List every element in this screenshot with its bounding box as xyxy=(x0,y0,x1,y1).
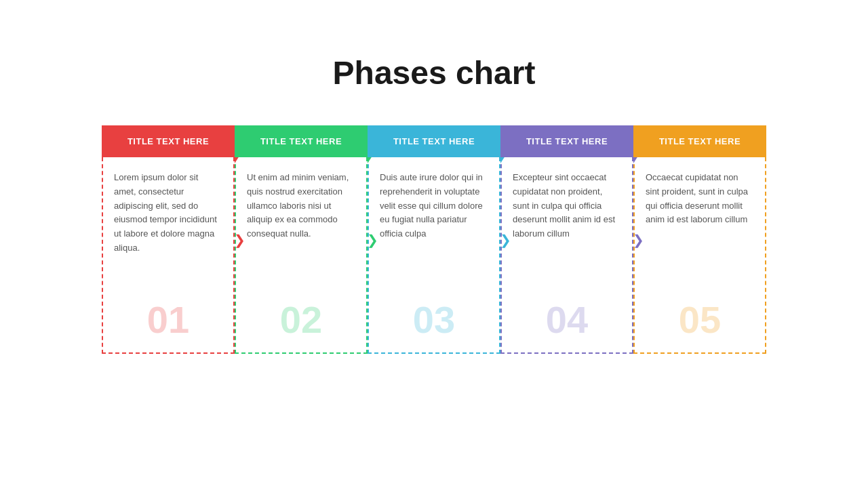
phase-text-1: Lorem ipsum dolor sit amet, consectetur … xyxy=(114,171,222,256)
phase-header-5: TITLE TEXT HERE xyxy=(633,125,766,157)
phase-header-3: TITLE TEXT HERE xyxy=(368,125,500,157)
phase-body-3: Duis aute irure dolor qui in reprehender… xyxy=(368,157,500,354)
phase-header-text-4: TITLE TEXT HERE xyxy=(526,136,608,146)
phase-number-4: 04 xyxy=(513,298,621,342)
phase-header-4: TITLE TEXT HERE xyxy=(500,125,633,157)
phase-col-1: TITLE TEXT HERE Lorem ipsum dolor sit am… xyxy=(102,125,235,354)
phase-body-4: Excepteur sint occaecat cupidatat non pr… xyxy=(500,157,633,354)
phase-header-text-3: TITLE TEXT HERE xyxy=(393,136,475,146)
phase-number-2: 02 xyxy=(247,298,355,342)
page-title: Phases chart xyxy=(333,54,536,92)
phase-text-2: Ut enim ad minim veniam, quis nostrud ex… xyxy=(247,171,355,241)
phase-number-3: 03 xyxy=(380,298,488,342)
phase-header-text-1: TITLE TEXT HERE xyxy=(127,136,209,146)
phase-header-text-2: TITLE TEXT HERE xyxy=(260,136,342,146)
phase-text-5: Occaecat cupidatat non sint proident, su… xyxy=(646,171,754,227)
phase-col-5: TITLE TEXT HERE Occaecat cupidatat non s… xyxy=(633,125,766,354)
phase-header-text-5: TITLE TEXT HERE xyxy=(659,136,741,146)
phase-number-1: 01 xyxy=(114,298,222,342)
phase-body-5: Occaecat cupidatat non sint proident, su… xyxy=(633,157,766,354)
phase-col-4: TITLE TEXT HERE Excepteur sint occaecat … xyxy=(500,125,633,354)
phase-text-4: Excepteur sint occaecat cupidatat non pr… xyxy=(513,171,621,241)
phase-header-1: TITLE TEXT HERE xyxy=(102,125,235,157)
phase-number-5: 05 xyxy=(646,298,754,342)
phase-body-2: Ut enim ad minim veniam, quis nostrud ex… xyxy=(235,157,368,354)
phase-header-2: TITLE TEXT HERE xyxy=(235,125,368,157)
phase-col-2: TITLE TEXT HERE Ut enim ad minim veniam,… xyxy=(235,125,368,354)
phase-body-1: Lorem ipsum dolor sit amet, consectetur … xyxy=(102,157,235,354)
phase-text-3: Duis aute irure dolor qui in reprehender… xyxy=(380,171,488,241)
phases-chart: TITLE TEXT HERE Lorem ipsum dolor sit am… xyxy=(102,125,766,354)
phase-col-3: TITLE TEXT HERE Duis aute irure dolor qu… xyxy=(368,125,500,354)
